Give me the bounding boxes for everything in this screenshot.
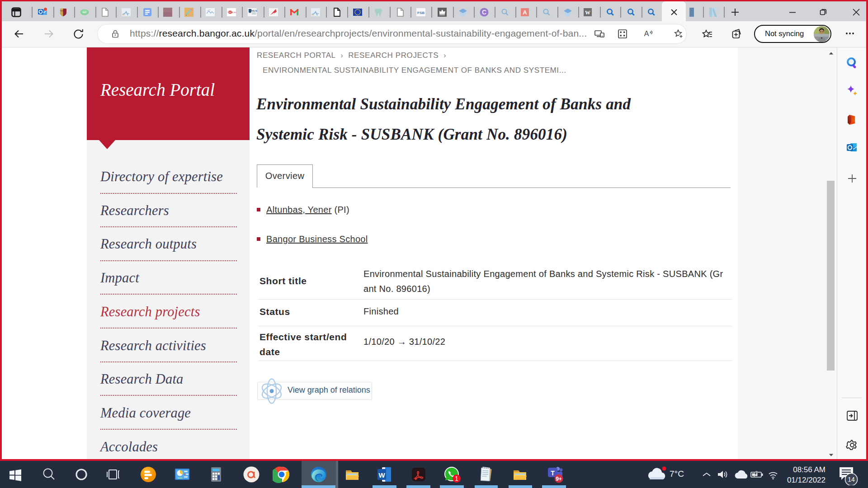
svg-text:W: W — [378, 471, 385, 479]
svg-text:NUS: NUS — [251, 9, 257, 13]
svg-text:W: W — [585, 9, 590, 16]
svg-text:FSB: FSB — [417, 11, 425, 15]
svg-text:1: 1 — [455, 475, 458, 482]
svg-text:A: A — [644, 30, 649, 38]
svg-text:14: 14 — [848, 476, 855, 483]
svg-text:C: C — [482, 9, 486, 16]
svg-text:9+: 9+ — [556, 476, 562, 482]
svg-text:3sC: 3sC — [83, 11, 87, 14]
svg-text:BORC: BORC — [231, 11, 236, 14]
svg-text:T: T — [551, 469, 555, 477]
svg-text:A: A — [523, 9, 527, 16]
